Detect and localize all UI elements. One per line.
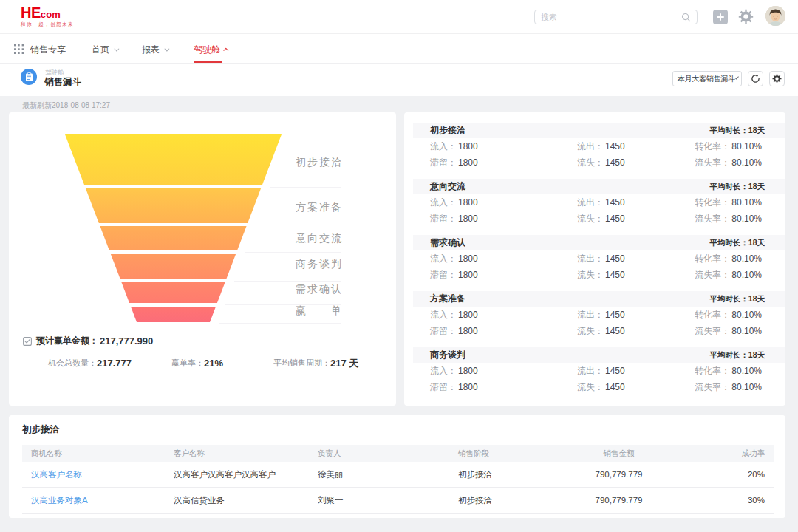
nav-item-cockpit[interactable]: 驾驶舱: [194, 44, 228, 56]
stage-avg-duration: 平均时长：18天: [709, 182, 765, 192]
cell-amount: 790,779.779: [539, 496, 698, 505]
funnel-chart: [65, 134, 282, 322]
cell-rate: 30%: [698, 496, 774, 505]
chart-settings-button[interactable]: [769, 71, 785, 86]
metric-label: 流出：: [577, 365, 604, 378]
metric-label: 滞留：: [430, 381, 457, 394]
stat-value: 21%: [204, 358, 223, 369]
workspace-label[interactable]: 销售专享: [30, 44, 66, 56]
metric-value: 80.10%: [732, 382, 762, 392]
avatar-photo: [765, 6, 785, 26]
stage-metrics-row: 滞留：1800 流失：1450 流失率：80.10%: [404, 211, 785, 227]
metric-label: 流失率：: [695, 269, 730, 282]
stage-metrics-row: 滞留：1800 流失：1450 流失率：80.10%: [404, 379, 785, 395]
metric-value: 1800: [458, 270, 478, 280]
stage-section-5: 商务谈判 平均时长：18天 流入：1800 流出：1450 转化率：80.10%…: [404, 347, 785, 395]
nav-item-home[interactable]: 首页: [92, 44, 117, 56]
funnel-filter-select[interactable]: 本月大客销售漏斗: [672, 71, 742, 86]
opportunity-link[interactable]: 汉高业务对象A: [31, 496, 88, 505]
metric-value: 1800: [458, 253, 478, 264]
logo-tagline: 和你一起，创想未来: [21, 22, 74, 27]
metric-label: 流出：: [577, 197, 604, 209]
metric-value: 1800: [458, 326, 478, 336]
funnel-segment-4[interactable]: [65, 254, 282, 279]
stage-section-header: 方案准备 平均时长：18天: [413, 291, 785, 307]
stage-avg-label: 平均时长：: [709, 294, 748, 303]
metric-value: 1800: [458, 141, 478, 151]
nav-item-cockpit-label: 驾驶舱: [194, 44, 220, 56]
metric-label: 流失：: [577, 381, 604, 394]
metric-label: 转化率：: [695, 365, 730, 378]
funnel-segment-2[interactable]: [65, 188, 282, 223]
metric-value: 80.10%: [732, 366, 762, 376]
metric-label: 滞留：: [430, 213, 457, 225]
stage-avg-label: 平均时长：: [709, 238, 748, 247]
stage-section-2: 意向交流 平均时长：18天 流入：1800 流出：1450 转化率：80.10%…: [404, 179, 785, 227]
expected-amount-value: 217,777.990: [100, 335, 153, 347]
logo[interactable]: HEcom 和你一起，创想未来: [21, 5, 74, 27]
apps-grid-icon[interactable]: [14, 44, 24, 54]
metric-value: 1800: [458, 310, 478, 320]
search-input[interactable]: [541, 13, 681, 21]
metric-value: 1800: [458, 214, 478, 224]
funnel-segment-6[interactable]: [65, 307, 282, 322]
user-avatar[interactable]: [765, 6, 785, 26]
metric-label: 流入：: [430, 197, 457, 209]
opportunities-card: 初步接洽 商机名称 客户名称 负责人 销售阶段 销售金额 成功率 汉高客户名称 …: [9, 415, 785, 518]
metric-label: 滞留：: [430, 269, 457, 282]
stage-metrics-row: 流入：1800 流出：1450 转化率：80.10%: [404, 138, 785, 154]
stage-avg-duration: 平均时长：18天: [709, 238, 765, 248]
table-row: 汉高客户名称 汉高客户汉高客户汉高客户 徐美丽 初步接洽 790,779.779…: [22, 462, 774, 488]
search-box[interactable]: [534, 10, 698, 24]
refresh-button[interactable]: [748, 71, 763, 86]
funnel-label-2: 方案准备: [296, 200, 341, 214]
metric-value: 80.10%: [732, 326, 762, 336]
checkbox-icon[interactable]: [23, 337, 32, 346]
chevron-down-icon: [735, 75, 739, 79]
metric-label: 流失率：: [695, 157, 730, 169]
funnel-segment-3[interactable]: [65, 226, 282, 250]
stage-section-header: 商务谈判 平均时长：18天: [413, 347, 785, 363]
funnel-label-4: 商务谈判: [296, 257, 341, 270]
metric-value: 1800: [458, 382, 478, 392]
funnel-label-3: 意向交流: [296, 231, 341, 245]
opportunity-link[interactable]: 汉高客户名称: [31, 470, 82, 479]
logo-text-sub: com: [41, 9, 61, 20]
table-header-row: 商机名称 客户名称 负责人 销售阶段 销售金额 成功率: [22, 445, 774, 462]
expected-amount-label: 预计赢单金额：: [36, 335, 98, 347]
cell-rate: 20%: [698, 470, 774, 479]
page-header: 驾驶舱 销售漏斗 本月大客销售漏斗: [0, 64, 798, 96]
metric-label: 流出：: [577, 309, 604, 321]
page-title: 销售漏斗: [44, 76, 81, 89]
stage-section-4: 方案准备 平均时长：18天 流入：1800 流出：1450 转化率：80.10%…: [404, 291, 785, 339]
nav-item-reports[interactable]: 报表: [142, 44, 168, 56]
funnel-segment-1[interactable]: [65, 134, 282, 185]
stage-avg-label: 平均时长：: [709, 126, 748, 134]
cell-owner: 刘聚一: [318, 495, 458, 506]
stage-section-3: 需求确认 平均时长：18天 流入：1800 流出：1450 转化率：80.10%…: [404, 235, 785, 283]
metric-value: 1450: [605, 214, 625, 224]
add-button[interactable]: [713, 10, 728, 24]
nav-item-home-label: 首页: [92, 44, 109, 56]
stages-card: 初步接洽 平均时长：18天 流入：1800 流出：1450 转化率：80.10%…: [404, 112, 785, 406]
search-icon: [681, 13, 691, 22]
stage-avg-duration: 平均时长：18天: [709, 294, 765, 304]
cell-customer: 汉高客户汉高客户汉高客户: [174, 469, 318, 480]
funnel-segment-5[interactable]: [65, 282, 282, 303]
chevron-down-icon: [114, 47, 119, 52]
last-refresh-note: 最新刷新2018-08-08 17:27: [22, 100, 110, 111]
col-header-rate: 成功率: [698, 449, 774, 459]
settings-gear-icon[interactable]: [738, 9, 754, 24]
active-tab-underline: [194, 61, 222, 63]
stage-title: 意向交流: [430, 180, 466, 193]
metric-value: 1450: [605, 270, 625, 280]
metric-label: 转化率：: [695, 197, 730, 209]
metric-value: 1800: [458, 366, 478, 376]
stage-metrics-row: 流入：1800 流出：1450 转化率：80.10%: [404, 307, 785, 323]
metric-label: 流失：: [577, 325, 604, 338]
cell-owner: 徐美丽: [318, 469, 458, 480]
stage-avg-duration: 平均时长：18天: [709, 350, 765, 361]
metric-value: 1450: [605, 366, 625, 376]
main-nav: 销售专享 首页 报表 驾驶舱: [0, 34, 798, 64]
stage-avg-label: 平均时长：: [709, 182, 748, 191]
